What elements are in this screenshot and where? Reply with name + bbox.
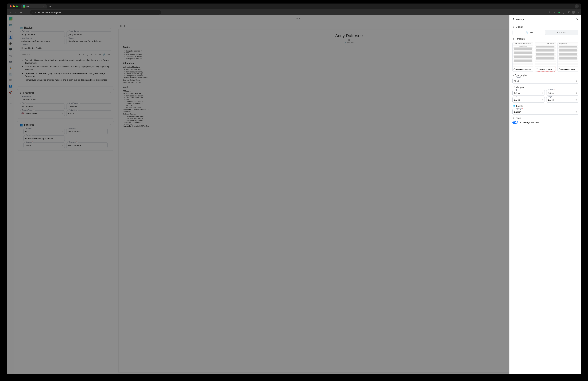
- phone-input[interactable]: [66, 31, 111, 37]
- rail-work-icon[interactable]: 🖥️: [8, 47, 13, 52]
- close-window-icon[interactable]: [10, 5, 12, 7]
- locale-switcher[interactable]: en ▾: [14, 15, 217, 22]
- underline-icon[interactable]: U: [86, 53, 89, 56]
- rail-skills-icon[interactable]: ⌨: [8, 59, 13, 64]
- preview-page: Andy Dufresne 1,2 🔗 https://pp Basics Co…: [119, 29, 217, 141]
- preview-settings-icon[interactable]: ⚙: [120, 25, 122, 27]
- chevron-updown-icon: ⇅: [62, 112, 63, 114]
- strike-icon[interactable]: S̶: [90, 53, 93, 56]
- preview-column: ⚙ ✥ Andy Dufresne 1,2 🔗 https://pp Basic…: [117, 22, 217, 141]
- rail-references-icon[interactable]: 👥: [8, 84, 13, 89]
- username-input[interactable]: [66, 129, 107, 134]
- numbered-list-icon[interactable]: ≣: [99, 53, 101, 56]
- back-button[interactable]: ←: [8, 11, 12, 14]
- window-controls: [8, 5, 20, 7]
- close-tab-icon[interactable]: ✕: [43, 5, 45, 7]
- profile-website-input[interactable]: [23, 135, 65, 141]
- rail-projects-icon[interactable]: 🚀: [8, 90, 13, 95]
- profiles-title: Profiles: [24, 123, 34, 127]
- url-input[interactable]: ⇆ ppresume.com/xiaohanyu/en: [30, 10, 161, 15]
- profiles-icon: 👥: [20, 123, 23, 127]
- summary-toolbar: Summary B I U S̶ ≡ ≣ 🔗 ⌫: [20, 52, 111, 57]
- summary-editor[interactable]: Computer Science major with strong found…: [20, 57, 111, 84]
- reload-button[interactable]: ⟳: [19, 11, 23, 14]
- editor-column: 🪪Basics ⋮ Full Name * Phone Number Email…: [14, 22, 117, 141]
- location-title: Location: [23, 91, 34, 95]
- italic-icon[interactable]: I: [82, 53, 85, 56]
- minimize-window-icon[interactable]: [13, 5, 15, 7]
- rail-interests-icon[interactable]: ♫: [8, 96, 13, 101]
- rail-publications-icon[interactable]: 📰: [8, 77, 13, 83]
- tab-bar: en ✕ ＋ ⌄: [7, 3, 217, 9]
- id-card-icon: 🪪: [20, 26, 23, 29]
- home-button[interactable]: ⌂: [25, 11, 28, 14]
- new-tab-button[interactable]: ＋: [48, 4, 52, 8]
- postal-input[interactable]: [66, 110, 111, 116]
- browser-tab[interactable]: en ✕: [21, 4, 47, 8]
- card-menu-icon[interactable]: ⋮: [109, 92, 111, 94]
- rail-awards-icon[interactable]: 🏅: [8, 65, 13, 70]
- full-name-input[interactable]: [20, 31, 65, 37]
- bold-icon[interactable]: B: [78, 53, 81, 56]
- clear-format-icon[interactable]: ⌫: [107, 53, 110, 56]
- address-bar: ← → ⟳ ⌂ ⇆ ppresume.com/xiaohanyu/en ⧉ ☆ …: [7, 9, 217, 15]
- forward-button[interactable]: →: [14, 11, 18, 14]
- link-icon[interactable]: 🔗: [103, 53, 105, 56]
- network-select[interactable]: Line: [23, 129, 65, 134]
- drag-handle-icon[interactable]: ⋮⋮: [20, 130, 22, 133]
- preview-name: Andy Dufresne: [123, 33, 217, 38]
- tab-title: en: [26, 5, 29, 7]
- address-input[interactable]: [20, 97, 111, 102]
- side-rail: 🪪 ➤ 👤 🎓 🖥️ ᵀA ⌨ 🏅 📄 📰 👥 🚀 ♫ ♡: [7, 15, 14, 141]
- site-info-icon[interactable]: ⇆: [32, 11, 33, 13]
- row-menu-icon[interactable]: ⋮: [109, 130, 111, 133]
- rail-location-icon[interactable]: ➤: [8, 29, 13, 34]
- rail-languages-icon[interactable]: ᵀA: [8, 53, 13, 58]
- basics-title: Basics: [24, 26, 33, 29]
- rail-profiles-icon[interactable]: 👤: [8, 35, 13, 40]
- card-profiles: 👥Profiles ⋮ ⋮⋮ Network *Line⇅ Username *: [17, 121, 114, 141]
- card-location: ➤Location ⋮ Address Line City * State/Pr…: [17, 89, 114, 119]
- maximize-window-icon[interactable]: [16, 5, 18, 7]
- app-root: 🪪 ➤ 👤 🎓 🖥️ ᵀA ⌨ 🏅 📄 📰 👥 🚀 ♫ ♡ en ▾: [7, 15, 217, 141]
- location-icon: ➤: [20, 91, 22, 94]
- profile-row: ⋮⋮ Network *Line⇅ Username * ⋮: [20, 129, 111, 134]
- state-input[interactable]: [66, 104, 111, 109]
- rail-certificates-icon[interactable]: 📄: [8, 71, 13, 76]
- flag-icon: 🇺🇸: [21, 112, 24, 114]
- city-input[interactable]: [20, 104, 65, 109]
- card-menu-icon[interactable]: ⋮: [109, 124, 111, 126]
- browser-window: en ✕ ＋ ⌄ ← → ⟳ ⌂ ⇆ ppresume.com/xiaohany…: [7, 3, 217, 141]
- list-icon[interactable]: ≡: [95, 53, 97, 56]
- headline-input[interactable]: [20, 45, 111, 51]
- url-text: ppresume.com/xiaohanyu/en: [35, 11, 61, 14]
- card-menu-icon[interactable]: ⋮: [109, 26, 111, 29]
- app-logo-icon[interactable]: [9, 17, 12, 21]
- website-input[interactable]: [66, 38, 111, 44]
- rail-basics-icon[interactable]: 🪪: [8, 23, 13, 28]
- rail-education-icon[interactable]: 🎓: [8, 41, 13, 46]
- chevron-updown-icon: ⇅: [62, 131, 63, 132]
- country-select[interactable]: 🇺🇸United States: [20, 110, 65, 116]
- summary-label: Summary: [21, 53, 76, 56]
- favicon-icon: [23, 5, 25, 7]
- rail-volunteer-icon[interactable]: ♡: [8, 102, 13, 107]
- card-basics: 🪪Basics ⋮ Full Name * Phone Number Email…: [17, 24, 114, 87]
- email-input[interactable]: [20, 38, 65, 44]
- preview-move-icon[interactable]: ✥: [124, 25, 126, 27]
